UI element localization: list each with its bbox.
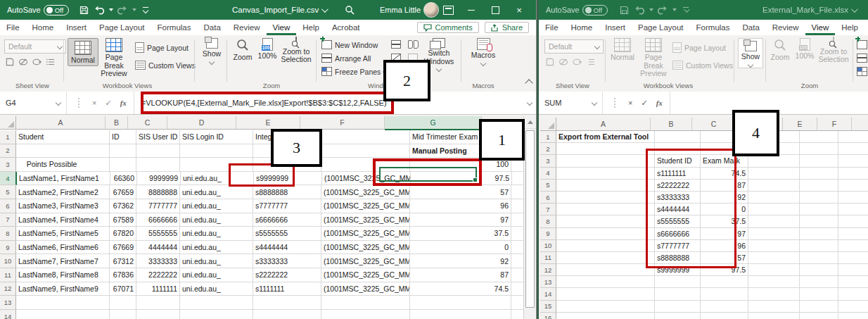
- tab-review[interactable]: Review: [227, 20, 267, 35]
- cell-H8[interactable]: [511, 227, 524, 241]
- save-icon[interactable]: [77, 0, 90, 20]
- comments-button[interactable]: Comments: [417, 22, 478, 33]
- search-icon[interactable]: [345, 0, 355, 20]
- normal-view-button[interactable]: Normal: [610, 38, 635, 62]
- row-header-11[interactable]: 11: [0, 268, 16, 282]
- cell-D15[interactable]: [748, 301, 800, 313]
- row-header-9[interactable]: 9: [0, 241, 16, 255]
- cell-G11[interactable]: 87: [410, 268, 511, 282]
- cell-E2[interactable]: [800, 143, 838, 155]
- cell-A10[interactable]: LastName7, FirstName7: [16, 254, 110, 268]
- cell-B2[interactable]: [110, 144, 136, 158]
- scrollbar-thumb[interactable]: [525, 130, 535, 308]
- column-header-E[interactable]: E: [783, 118, 817, 131]
- redo-icon[interactable]: [116, 0, 129, 20]
- cell-A13[interactable]: [556, 276, 655, 288]
- cell-A12[interactable]: LastName9, FirstName9: [16, 282, 110, 296]
- cell-H12[interactable]: [511, 282, 524, 296]
- row-header-10[interactable]: 10: [540, 240, 556, 252]
- freeze-panes-button[interactable]: Freeze Panes: [321, 67, 388, 76]
- name-box[interactable]: G4: [0, 92, 67, 114]
- new-window-button[interactable]: New Window: [857, 40, 868, 49]
- cell-A10[interactable]: [556, 240, 655, 252]
- cell-C14[interactable]: [701, 288, 748, 300]
- cell-D2[interactable]: [180, 144, 253, 158]
- tab-formulas[interactable]: Formulas: [151, 20, 198, 35]
- cell-F9[interactable]: [838, 228, 868, 240]
- new-sheet-view-icon[interactable]: [573, 58, 582, 65]
- tab-help[interactable]: Help: [296, 20, 326, 35]
- save-icon[interactable]: [618, 0, 630, 20]
- arrange-all-button[interactable]: Arrange All: [321, 54, 371, 63]
- row-header-6[interactable]: 6: [0, 199, 16, 213]
- customize-qat-icon[interactable]: [679, 0, 692, 20]
- tab-page-layout[interactable]: Page Layout: [93, 20, 151, 35]
- cell-A6[interactable]: [556, 192, 655, 204]
- redo-icon[interactable]: [656, 0, 669, 20]
- sheet-view-options-icon[interactable]: [46, 58, 55, 65]
- cell-B14[interactable]: [110, 310, 136, 319]
- keep-sheet-view-icon[interactable]: [546, 58, 554, 66]
- page-layout-view-button[interactable]: Page Layout: [672, 42, 726, 53]
- row-header-6[interactable]: 6: [540, 192, 556, 204]
- tab-view[interactable]: View: [267, 20, 297, 35]
- cell-H11[interactable]: [511, 268, 524, 282]
- cell-D10[interactable]: [748, 240, 800, 252]
- cell-B13[interactable]: [110, 296, 136, 310]
- sheet-view-dropdown[interactable]: Default: [544, 39, 604, 54]
- cell-C10[interactable]: 3333333: [136, 254, 180, 268]
- cell-D8[interactable]: [748, 215, 800, 227]
- cell-B12[interactable]: 67071: [110, 282, 136, 296]
- cell-F12[interactable]: [838, 264, 868, 276]
- show-button[interactable]: Show: [738, 38, 763, 68]
- undo-icon[interactable]: [93, 0, 106, 20]
- cell-D10[interactable]: uni.edu.au_: [180, 254, 253, 268]
- cell-F14[interactable]: [321, 310, 410, 319]
- row-header-14[interactable]: 14: [540, 288, 556, 300]
- cell-A8[interactable]: LastName5, FirstName5: [16, 227, 110, 241]
- cell-G7[interactable]: 97: [410, 213, 511, 227]
- cell-H5[interactable]: [511, 185, 524, 199]
- cell-E10[interactable]: [800, 240, 838, 252]
- cell-C9[interactable]: 4444444: [136, 241, 180, 255]
- cell-D3[interactable]: [748, 155, 800, 167]
- cell-A3[interactable]: [556, 155, 655, 167]
- minimize-button[interactable]: [461, 0, 482, 20]
- cell-F6[interactable]: (1001MSC_3225_GC_MM),: [321, 199, 410, 213]
- row-header-15[interactable]: 15: [540, 301, 556, 313]
- cell-D6[interactable]: [748, 192, 800, 204]
- maximize-button[interactable]: [485, 0, 506, 20]
- cell-A5[interactable]: LastName2, FirstName2: [16, 185, 110, 199]
- column-header-B[interactable]: B: [651, 118, 692, 131]
- new-window-button[interactable]: New Window: [321, 40, 378, 49]
- cell-B9[interactable]: 67669: [110, 241, 136, 255]
- cell-E4[interactable]: [800, 168, 838, 180]
- cell-F16[interactable]: [838, 313, 868, 319]
- row-header-1[interactable]: 1: [0, 130, 16, 144]
- enter-formula-icon[interactable]: ✓: [641, 99, 647, 108]
- cell-D1[interactable]: SIS Login ID: [180, 130, 253, 144]
- cell-C12[interactable]: 1111111: [136, 282, 180, 296]
- row-header-13[interactable]: 13: [540, 276, 556, 288]
- cell-C7[interactable]: 6666666: [136, 213, 180, 227]
- tab-data[interactable]: Data: [198, 20, 227, 35]
- tab-insert[interactable]: Insert: [60, 20, 93, 35]
- column-header-A[interactable]: A: [16, 116, 106, 130]
- new-sheet-view-icon[interactable]: [32, 58, 42, 65]
- cell-F8[interactable]: (1001MSC_3225_GC_MM),: [321, 227, 410, 241]
- cell-A3[interactable]: Points Possible: [16, 158, 110, 172]
- share-button[interactable]: Share: [485, 22, 529, 33]
- cell-C6[interactable]: 7777777: [136, 199, 180, 213]
- row-header-10[interactable]: 10: [0, 254, 16, 268]
- row-header-4[interactable]: 4: [540, 168, 556, 180]
- cell-H9[interactable]: [511, 241, 524, 255]
- cell-D12[interactable]: uni.edu.au_: [180, 282, 253, 296]
- tab-help[interactable]: Help: [835, 20, 864, 35]
- cell-B13[interactable]: [655, 276, 701, 288]
- cell-C1[interactable]: SIS User ID: [136, 130, 180, 144]
- cell-H13[interactable]: [511, 296, 524, 310]
- cell-F13[interactable]: [321, 296, 410, 310]
- cell-E3[interactable]: [800, 155, 838, 167]
- ribbon-display-options-icon[interactable]: [443, 0, 454, 20]
- cell-E11[interactable]: [800, 252, 838, 264]
